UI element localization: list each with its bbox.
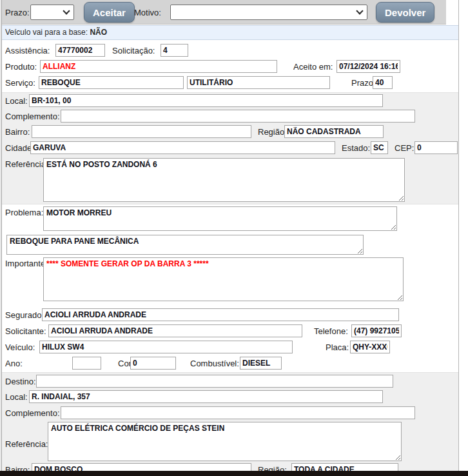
cidade-field[interactable] (30, 141, 335, 154)
vehicle-base-label: Veículo vai para a base: (5, 28, 90, 37)
segurado-field[interactable] (42, 308, 399, 321)
combustivel-field[interactable] (240, 357, 282, 370)
window-right-gutter (458, 0, 468, 471)
estado-field[interactable] (371, 141, 388, 154)
servico-label: Serviço: (5, 78, 35, 88)
prazo-field[interactable] (373, 76, 393, 89)
motivo-select[interactable] (170, 5, 367, 20)
problema-textarea[interactable]: MOTOR MORREU (43, 206, 397, 231)
servico-field[interactable] (39, 76, 184, 89)
destino-referencia-label: Referência: (5, 439, 48, 449)
telefone-field[interactable] (351, 324, 402, 337)
aceito-em-field[interactable] (336, 60, 400, 73)
importante-textarea[interactable]: **** SOMENTE GERAR OP DA BARRA 3 ***** (43, 257, 404, 301)
assistencia-label: Assistência: (5, 46, 50, 55)
prazo-toolbar-label: Prazo: (5, 8, 30, 17)
destino-local-field[interactable] (29, 390, 383, 403)
assistance-form-window: Prazo: Aceitar Motivo: Devolver Veículo … (0, 0, 468, 476)
local-label: Local: (5, 96, 28, 106)
referencias-textarea[interactable]: ESTÁ NO POSTO ZANDONÁ 6 (43, 158, 405, 202)
destino-label: Destino: (5, 377, 36, 386)
window-left-edge (0, 0, 2, 476)
regiao-field[interactable] (284, 125, 384, 138)
cep-field[interactable] (414, 141, 458, 154)
vehicle-base-info-bar: Veículo vai para a base: NÃO (0, 25, 458, 40)
destino-complemento-field[interactable] (61, 406, 415, 419)
prazo-label: Prazo: (351, 78, 376, 88)
veiculo-field[interactable] (39, 341, 293, 353)
problema-label: Problema: (5, 208, 43, 217)
solicitante-label: Solicitante: (5, 326, 46, 336)
telefone-label: Telefone: (314, 326, 348, 336)
destino-complemento-label: Complemento: (5, 408, 60, 418)
produto-field[interactable] (40, 60, 277, 73)
destino-local-label: Local: (5, 392, 28, 402)
bairro-label: Bairro: (5, 127, 30, 137)
cor-field[interactable] (130, 357, 176, 370)
local-field[interactable] (29, 94, 383, 107)
estado-label: Estado: (342, 143, 370, 153)
veiculo-label: Veículo: (5, 342, 35, 352)
motivo-toolbar-label: Motivo: (134, 8, 161, 17)
aceito-em-label: Aceito em: (293, 62, 333, 72)
combustivel-label: Combustível: (190, 359, 239, 368)
solicitacao-field[interactable] (161, 44, 188, 57)
toolbar: Prazo: Aceitar Motivo: Devolver (0, 0, 446, 25)
complemento-field[interactable] (61, 110, 415, 123)
placa-field[interactable] (350, 341, 390, 353)
segurado-label: Segurado: (5, 310, 44, 320)
ano-field[interactable] (72, 357, 101, 370)
aceitar-button[interactable]: Aceitar (84, 2, 135, 23)
complemento-label: Complemento: (5, 112, 60, 121)
placa-label: Placa: (326, 342, 349, 352)
importante-label: Importante: (5, 259, 48, 268)
servico-tipo-field[interactable] (187, 76, 330, 89)
destino-referencia-textarea[interactable]: AUTO ELÉTRICA COMÉRCIO DE PEÇAS STEIN (48, 422, 402, 461)
bottom-edge-bar (0, 471, 468, 476)
destino-field[interactable] (36, 375, 393, 388)
vehicle-base-value: NÃO (90, 28, 107, 37)
solicitante-field[interactable] (48, 324, 302, 337)
produto-label: Produto: (5, 62, 37, 72)
cep-label: CEP: (395, 143, 414, 153)
devolver-button[interactable]: Devolver (376, 2, 434, 23)
solicitacao-label: Solicitação: (112, 46, 155, 55)
regiao-label: Região: (258, 127, 287, 137)
prazo-select[interactable] (30, 5, 74, 20)
bairro-field[interactable] (32, 125, 251, 138)
assistencia-field[interactable] (55, 44, 105, 57)
problema-extra-textarea[interactable]: REBOQUE PARA PANE MECÂNICA (6, 235, 364, 255)
ano-label: Ano: (5, 359, 23, 368)
